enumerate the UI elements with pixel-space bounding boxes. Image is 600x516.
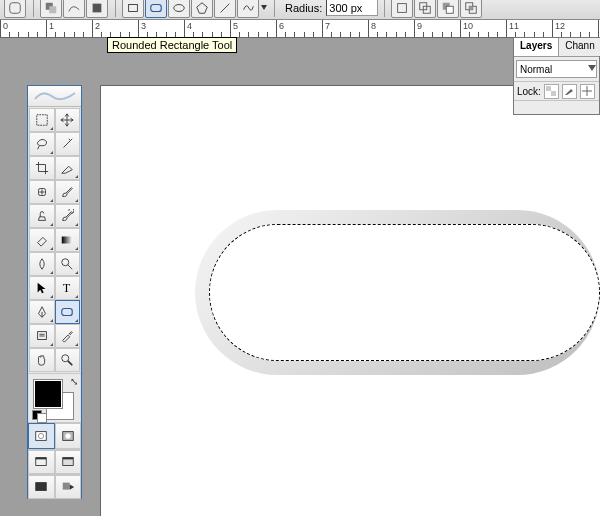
shape-layers-mode[interactable] (40, 0, 62, 18)
color-swatches: ⤡ (28, 373, 81, 422)
shape-ellipse[interactable] (168, 0, 190, 18)
standard-mode[interactable] (28, 423, 55, 449)
svg-rect-5 (151, 4, 162, 11)
pathop-add[interactable] (414, 0, 436, 18)
svg-rect-36 (63, 458, 74, 460)
screenmode-fullmenu[interactable] (55, 450, 82, 474)
panel-tabs: Layers Chann (514, 38, 599, 57)
tool-path-selection[interactable] (29, 276, 55, 300)
shape-polygon[interactable] (191, 0, 213, 18)
lock-position-icon[interactable] (580, 84, 595, 99)
pathop-intersect[interactable] (460, 0, 482, 18)
svg-marker-9 (261, 5, 267, 10)
svg-rect-19 (546, 86, 551, 91)
tool-eraser[interactable] (29, 228, 55, 252)
screenmode-full[interactable] (28, 475, 55, 499)
tool-magic-wand[interactable] (55, 132, 81, 156)
svg-rect-23 (62, 237, 73, 244)
svg-rect-38 (63, 483, 70, 490)
svg-rect-2 (49, 6, 56, 13)
pathop-subtract[interactable] (437, 0, 459, 18)
svg-rect-4 (129, 4, 138, 11)
tab-channels[interactable]: Chann (559, 38, 600, 56)
tool-slice[interactable] (55, 156, 81, 180)
tool-dodge[interactable] (55, 252, 81, 276)
tool-hand[interactable] (29, 348, 55, 372)
tool-marquee[interactable] (29, 108, 55, 132)
svg-text:T: T (63, 281, 71, 295)
svg-point-24 (62, 259, 69, 266)
svg-rect-26 (62, 309, 73, 316)
marching-ants-selection (209, 224, 600, 361)
svg-marker-18 (588, 65, 596, 71)
svg-marker-7 (197, 2, 208, 13)
radius-label: Radius: (285, 2, 322, 14)
fill-pixels-mode[interactable] (86, 0, 108, 18)
tool-history-brush[interactable] (55, 204, 81, 228)
screenmode-standard[interactable] (28, 450, 55, 474)
tool-blur[interactable] (29, 252, 55, 276)
svg-rect-3 (93, 3, 102, 12)
default-colors-icon[interactable] (32, 410, 48, 420)
tool-zoom[interactable] (55, 348, 81, 372)
svg-point-28 (62, 355, 69, 362)
toolbox-header[interactable] (28, 86, 81, 107)
shape-rounded-rectangle[interactable] (145, 0, 167, 18)
jump-to-imageready[interactable] (55, 475, 82, 499)
blend-mode-select[interactable]: Normal (516, 60, 597, 78)
blend-mode-value: Normal (520, 64, 552, 75)
svg-rect-20 (551, 91, 556, 96)
svg-rect-34 (36, 458, 47, 460)
options-bar: Radius: (0, 0, 600, 20)
tool-tooltip: Rounded Rectangle Tool (107, 37, 237, 53)
tool-lasso[interactable] (29, 132, 55, 156)
paths-mode[interactable] (63, 0, 85, 18)
tool-healing-brush[interactable] (29, 180, 55, 204)
svg-rect-17 (470, 6, 474, 10)
horizontal-ruler: 012345678910111213 (0, 20, 600, 38)
layers-panel: Layers Chann Normal Lock: (513, 37, 600, 115)
pathop-new[interactable] (391, 0, 413, 18)
lock-label: Lock: (517, 86, 541, 97)
tool-clone-stamp[interactable] (29, 204, 55, 228)
tool-move[interactable] (55, 108, 81, 132)
svg-rect-21 (37, 115, 48, 126)
tool-preset-picker[interactable] (4, 0, 26, 18)
svg-rect-37 (36, 483, 47, 491)
tool-notes[interactable] (29, 324, 55, 348)
lock-pixels-icon[interactable] (562, 84, 577, 99)
tool-crop[interactable] (29, 156, 55, 180)
tool-type[interactable]: T (55, 276, 81, 300)
shape-rectangle[interactable] (122, 0, 144, 18)
shape-options-dropdown[interactable] (260, 0, 268, 17)
svg-rect-10 (398, 3, 407, 12)
tab-layers[interactable]: Layers (514, 38, 559, 56)
shape-line[interactable] (214, 0, 236, 18)
tool-pen[interactable] (29, 300, 55, 324)
swap-colors-icon[interactable]: ⤡ (70, 376, 78, 387)
radius-input[interactable] (326, 0, 378, 16)
svg-rect-14 (447, 6, 454, 13)
shape-custom[interactable] (237, 0, 259, 18)
lock-transparency-icon[interactable] (544, 84, 559, 99)
svg-rect-0 (10, 2, 21, 13)
rounded-rect-shape-outer (195, 210, 600, 375)
toolbox-panel: T ⤡ (27, 85, 82, 499)
tool-brush[interactable] (55, 180, 81, 204)
svg-point-6 (174, 4, 185, 11)
tool-eyedropper[interactable] (55, 324, 81, 348)
svg-point-32 (65, 433, 70, 438)
svg-line-8 (221, 3, 230, 12)
quickmask-mode[interactable] (55, 423, 82, 449)
tool-gradient[interactable] (55, 228, 81, 252)
tool-rounded-rectangle[interactable] (55, 300, 81, 324)
foreground-color-swatch[interactable] (34, 380, 62, 408)
